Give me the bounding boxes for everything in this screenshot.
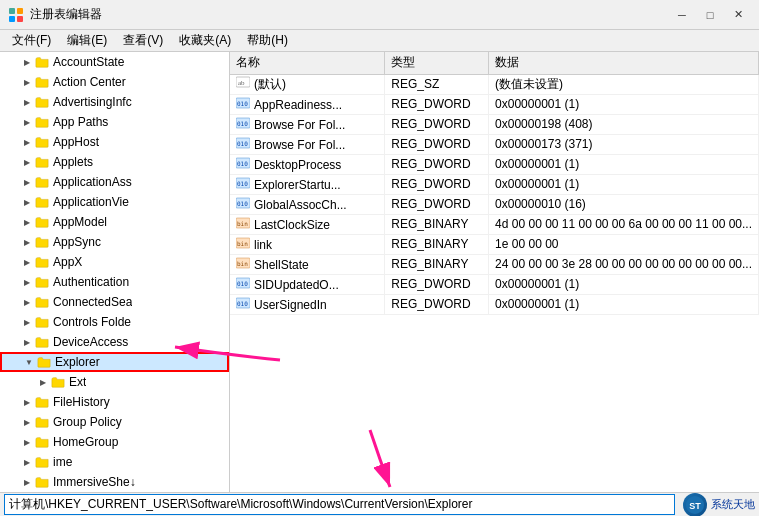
cell-data: 0x00000001 (1) <box>489 294 759 314</box>
cell-type: REG_DWORD <box>385 174 489 194</box>
cell-type: REG_DWORD <box>385 154 489 174</box>
table-row[interactable]: 010 ExplorerStartu...REG_DWORD0x00000001… <box>230 174 759 194</box>
tree-item-applets[interactable]: ▶ Applets <box>0 152 229 172</box>
cell-name: bin LastClockSize <box>230 214 385 234</box>
ab-icon: ab <box>236 76 250 88</box>
tree-label: AccountState <box>53 55 124 69</box>
tree-item-applicationass[interactable]: ▶ ApplicationAss <box>0 172 229 192</box>
expand-icon: ▶ <box>20 335 34 349</box>
tree-label: FileHistory <box>53 395 110 409</box>
table-row[interactable]: bin ShellStateREG_BINARY24 00 00 00 3e 2… <box>230 254 759 274</box>
col-type[interactable]: 类型 <box>385 52 489 74</box>
col-data[interactable]: 数据 <box>489 52 759 74</box>
tree-item-group-policy[interactable]: ▶ Group Policy <box>0 412 229 432</box>
tree-label: HomeGroup <box>53 435 118 449</box>
cell-type: REG_DWORD <box>385 194 489 214</box>
tree-label: Group Policy <box>53 415 122 429</box>
cell-name: 010 SIDUpdatedO... <box>230 274 385 294</box>
cell-type: REG_BINARY <box>385 234 489 254</box>
col-name[interactable]: 名称 <box>230 52 385 74</box>
tree-label: Applets <box>53 155 93 169</box>
cell-data: 0x00000001 (1) <box>489 94 759 114</box>
menu-favorites[interactable]: 收藏夹(A) <box>171 30 239 51</box>
cell-data: 1e 00 00 00 <box>489 234 759 254</box>
table-row[interactable]: 010 Browse For Fol...REG_DWORD0x00000173… <box>230 134 759 154</box>
table-row[interactable]: 010 DesktopProcessREG_DWORD0x00000001 (1… <box>230 154 759 174</box>
brand-text: 系统天地 <box>711 497 755 512</box>
tree-panel[interactable]: ▶ AccountState▶ Action Center▶ Advertisi… <box>0 52 230 492</box>
cell-name: 010 ExplorerStartu... <box>230 174 385 194</box>
menu-help[interactable]: 帮助(H) <box>239 30 296 51</box>
folder-icon <box>34 414 50 430</box>
folder-icon <box>34 234 50 250</box>
tree-item-appsync[interactable]: ▶ AppSync <box>0 232 229 252</box>
tree-item-controls-folde[interactable]: ▶ Controls Folde <box>0 312 229 332</box>
svg-text:ST: ST <box>689 501 701 511</box>
menu-edit[interactable]: 编辑(E) <box>59 30 115 51</box>
tree-label: Explorer <box>55 355 100 369</box>
table-row[interactable]: bin linkREG_BINARY1e 00 00 00 <box>230 234 759 254</box>
tree-item-applicationvie[interactable]: ▶ ApplicationVie <box>0 192 229 212</box>
tree-label: AppX <box>53 255 82 269</box>
folder-icon <box>34 274 50 290</box>
folder-icon <box>34 454 50 470</box>
tree-item-homegroup[interactable]: ▶ HomeGroup <box>0 432 229 452</box>
table-row[interactable]: 010 GlobalAssocCh...REG_DWORD0x00000010 … <box>230 194 759 214</box>
svg-rect-2 <box>9 16 15 22</box>
tree-label: DeviceAccess <box>53 335 128 349</box>
menu-view[interactable]: 查看(V) <box>115 30 171 51</box>
tree-label: Action Center <box>53 75 126 89</box>
expand-icon: ▶ <box>20 75 34 89</box>
svg-text:010: 010 <box>237 160 248 167</box>
folder-icon <box>34 194 50 210</box>
table-row[interactable]: 010 UserSignedInREG_DWORD0x00000001 (1) <box>230 294 759 314</box>
tree-item-apphost[interactable]: ▶ AppHost <box>0 132 229 152</box>
table-row[interactable]: ab (默认)REG_SZ(数值未设置) <box>230 74 759 94</box>
close-button[interactable]: ✕ <box>725 5 751 25</box>
expand-icon: ▶ <box>20 415 34 429</box>
tree-item-explorer[interactable]: ▼ Explorer <box>0 352 229 372</box>
cell-name: 010 UserSignedIn <box>230 294 385 314</box>
expand-icon: ▶ <box>20 175 34 189</box>
tree-item-ext[interactable]: ▶ Ext <box>0 372 229 392</box>
maximize-button[interactable]: □ <box>697 5 723 25</box>
cell-type: REG_DWORD <box>385 114 489 134</box>
table-row[interactable]: 010 SIDUpdatedO...REG_DWORD0x00000001 (1… <box>230 274 759 294</box>
tree-item-advertisinginfo[interactable]: ▶ AdvertisingInfc <box>0 92 229 112</box>
folder-icon <box>34 54 50 70</box>
svg-text:010: 010 <box>237 100 248 107</box>
svg-text:010: 010 <box>237 140 248 147</box>
expand-icon: ▶ <box>20 435 34 449</box>
tree-item-app-paths[interactable]: ▶ App Paths <box>0 112 229 132</box>
dword-icon: 010 <box>236 157 250 169</box>
right-panel[interactable]: 名称 类型 数据 ab (默认)REG_SZ(数值未设置) 010 AppRea… <box>230 52 759 492</box>
title-bar-left: 注册表编辑器 <box>8 6 102 23</box>
tree-item-authentication[interactable]: ▶ Authentication <box>0 272 229 292</box>
tree-item-appmodel[interactable]: ▶ AppModel <box>0 212 229 232</box>
folder-icon <box>34 94 50 110</box>
tree-item-appx[interactable]: ▶ AppX <box>0 252 229 272</box>
expand-icon: ▶ <box>20 395 34 409</box>
tree-label: ApplicationVie <box>53 195 129 209</box>
tree-item-action-center[interactable]: ▶ Action Center <box>0 72 229 92</box>
tree-item-connectedsea[interactable]: ▶ ConnectedSea <box>0 292 229 312</box>
tree-item-immersiveshell[interactable]: ▶ ImmersiveShe↓ <box>0 472 229 492</box>
svg-text:010: 010 <box>237 120 248 127</box>
tree-label: Controls Folde <box>53 315 131 329</box>
tree-item-deviceaccess[interactable]: ▶ DeviceAccess <box>0 332 229 352</box>
tree-item-ime[interactable]: ▶ ime <box>0 452 229 472</box>
minimize-button[interactable]: ─ <box>669 5 695 25</box>
tree-item-filehistory[interactable]: ▶ FileHistory <box>0 392 229 412</box>
tree-item-accountstate[interactable]: ▶ AccountState <box>0 52 229 72</box>
binary-icon: bin <box>236 237 250 249</box>
expand-icon: ▶ <box>20 255 34 269</box>
menu-file[interactable]: 文件(F) <box>4 30 59 51</box>
table-row[interactable]: bin LastClockSizeREG_BINARY4d 00 00 00 1… <box>230 214 759 234</box>
table-row[interactable]: 010 AppReadiness...REG_DWORD0x00000001 (… <box>230 94 759 114</box>
dword-icon: 010 <box>236 297 250 309</box>
title-bar: 注册表编辑器 ─ □ ✕ <box>0 0 759 30</box>
table-row[interactable]: 010 Browse For Fol...REG_DWORD0x00000198… <box>230 114 759 134</box>
expand-icon: ▶ <box>20 135 34 149</box>
cell-data: 0x00000198 (408) <box>489 114 759 134</box>
status-bar: 计算机\HKEY_CURRENT_USER\Software\Microsoft… <box>0 492 759 516</box>
